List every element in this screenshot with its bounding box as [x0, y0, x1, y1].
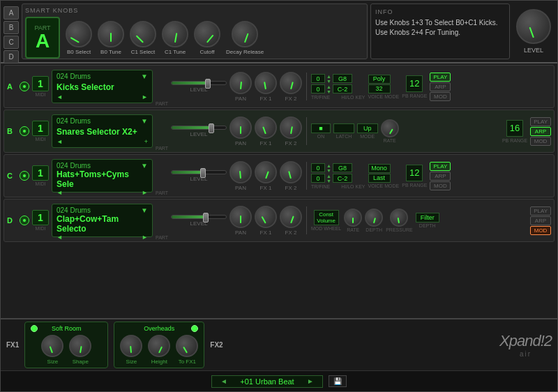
fx2-box: Overheads Size Height [114, 322, 204, 368]
play-btn-a[interactable]: PLAY [430, 73, 451, 82]
pan-knob-a: PAN [229, 72, 252, 102]
knob-b0-tune-control[interactable] [98, 21, 124, 47]
mod-pressure-knob-d[interactable] [390, 209, 408, 227]
play-arp-mod-d: PLAY ARP MOD [530, 206, 551, 235]
fx2-power[interactable] [191, 325, 198, 332]
midi-num-a: 1 [32, 76, 49, 91]
play-btn-d[interactable]: PLAY [530, 206, 551, 216]
fx2-name: Overheads [144, 325, 174, 332]
bottom-bar: ◄ +01 Urban Beat ► 💾 [1, 370, 557, 391]
pan-knob-c-ctrl[interactable] [229, 161, 252, 183]
fx1-knob-b-ctrl[interactable] [255, 116, 277, 139]
mod-controls-d: ConstVolume MOD WHEEL RATE DEPTH [311, 209, 439, 232]
tab-a[interactable]: A [3, 6, 19, 20]
knob-b0-select: B0 Select [66, 21, 92, 55]
midi-part-c: 1 MIDI [32, 165, 49, 186]
fx2-size-knob[interactable] [120, 335, 142, 357]
mod-depth-knob-d[interactable] [365, 209, 383, 227]
level-track-c[interactable] [171, 170, 227, 174]
fx2-knob-a-ctrl[interactable] [280, 72, 302, 94]
play-arp-mod-a: PLAY ARP MOD [430, 73, 451, 101]
knob-c1-select-label: C1 Select [131, 49, 156, 55]
mod-btn-a[interactable]: MOD [430, 92, 451, 101]
mod-btn-c[interactable]: MOD [430, 181, 451, 190]
preset-display: ◄ +01 Urban Beat ► [211, 375, 323, 388]
knob-cutoff-control[interactable] [194, 21, 220, 47]
smart-knobs-area: SMART KNOBS PART A B0 Select [22, 3, 368, 59]
fx2-knob-c-ctrl[interactable] [280, 161, 302, 183]
level-slider-d: LEVEL [171, 215, 227, 227]
pan-knob-a-ctrl[interactable] [229, 72, 252, 94]
voice-mode-a: Poly 32 VOICE MODE [368, 75, 400, 99]
knob-decay-release-control[interactable] [232, 21, 258, 47]
fx1-power[interactable] [31, 325, 38, 332]
tab-c[interactable]: C [3, 36, 19, 49]
part-row-c: C 1 MIDI 024 Drums ▼ Hats+Toms+Cyms Sele… [3, 154, 555, 197]
tab-d[interactable]: D [3, 50, 19, 63]
level-slider-b: LEVEL [171, 126, 227, 137]
brand-name: Xpand!2 [499, 332, 552, 350]
fx1-knob-d: FX 1 [255, 206, 277, 236]
level-track-d[interactable] [171, 215, 227, 219]
level-track-a[interactable] [171, 81, 227, 85]
mod-btn-b[interactable]: MOD [530, 137, 551, 146]
pan-knob-d: PAN [229, 206, 252, 236]
knob-b0-tune: B0 Tune [98, 21, 124, 55]
knob-cutoff-label: Cutoff [199, 49, 214, 55]
power-btn-d[interactable] [20, 216, 29, 225]
parts-section: A 1 MIDI 024 Drums ▼ Kicks Selector ◄ ► … [1, 63, 557, 318]
midi-part-a: 1 MIDI [32, 76, 49, 97]
fx1-knob-d-ctrl[interactable] [255, 206, 277, 228]
knob-c1-tune-label: C1 Tune [165, 49, 186, 55]
knob-c1-select-control[interactable] [130, 21, 156, 47]
power-btn-b[interactable] [20, 126, 29, 136]
power-btn-c[interactable] [20, 171, 29, 181]
pan-knob-b-ctrl[interactable] [229, 116, 252, 139]
knob-b0-select-control[interactable] [66, 21, 92, 47]
save-button[interactable]: 💾 [329, 375, 347, 387]
inst-name-bottom-c: Hats+Toms+Cyms Sele [56, 169, 148, 189]
fx2-tofx1-knob[interactable] [176, 335, 198, 357]
fx1-box: Soft Room Size Shape [24, 322, 108, 368]
pan-knob-c: PAN [229, 161, 252, 191]
fx1-knob-a-ctrl[interactable] [255, 72, 277, 94]
info-text: Use Knobs 1+3 To Select B0+C1 Kicks. Use… [375, 18, 505, 38]
mod-rate-knob-d[interactable] [344, 209, 362, 227]
fx1-label: FX1 [6, 341, 19, 349]
power-btn-a[interactable] [20, 82, 29, 91]
fx2-knobs: Size Height To FX1 [120, 335, 198, 365]
fx2-knob-d: FX 2 [280, 206, 302, 236]
fx2-knob-d-ctrl[interactable] [280, 206, 302, 228]
play-btn-b[interactable]: PLAY [530, 117, 551, 126]
part-row-d: D 1 MIDI 024 Drums ▼ Clap+Cow+Tam Select… [3, 199, 555, 242]
knob-c1-tune-control[interactable] [162, 21, 188, 47]
level-label: LEVEL [524, 47, 543, 54]
arp-btn-b[interactable]: ARP [530, 127, 551, 136]
arp-rate-knob-b[interactable] [381, 119, 399, 137]
preset-prev[interactable]: ◄ [220, 377, 227, 385]
arp-btn-a[interactable]: ARP [430, 82, 451, 91]
arp-btn-c[interactable]: ARP [430, 172, 451, 181]
fx1-knob-a: FX 1 [255, 72, 277, 102]
main-container: A B C D EASY SMART KNOBS PART A [0, 0, 558, 392]
knob-c1-select: C1 Select [130, 21, 156, 55]
fx1-knob-c-ctrl[interactable] [255, 161, 277, 183]
fx1-size-knob[interactable] [41, 335, 63, 357]
part-display: PART A [25, 17, 60, 59]
play-btn-c[interactable]: PLAY [430, 162, 451, 171]
info-label: INFO [375, 8, 505, 15]
inst-name-bottom-d: Clap+Cow+Tam Selecto [56, 214, 148, 234]
fx1-shape-knob[interactable] [69, 335, 91, 357]
arp-btn-d[interactable]: ARP [530, 216, 551, 225]
tab-b[interactable]: B [3, 21, 19, 34]
fx1-knobs: Size Shape [41, 335, 91, 365]
fx2-height-knob[interactable] [148, 335, 170, 357]
pan-knob-d-ctrl[interactable] [229, 206, 252, 228]
fx1-knob-c: FX 1 [255, 161, 277, 191]
level-knob[interactable] [516, 9, 551, 44]
mod-btn-d[interactable]: MOD [530, 226, 551, 235]
level-track-b[interactable] [171, 126, 227, 130]
preset-next[interactable]: ► [307, 377, 314, 385]
knob-b0-select-label: B0 Select [67, 49, 91, 55]
fx2-knob-b-ctrl[interactable] [280, 116, 302, 139]
